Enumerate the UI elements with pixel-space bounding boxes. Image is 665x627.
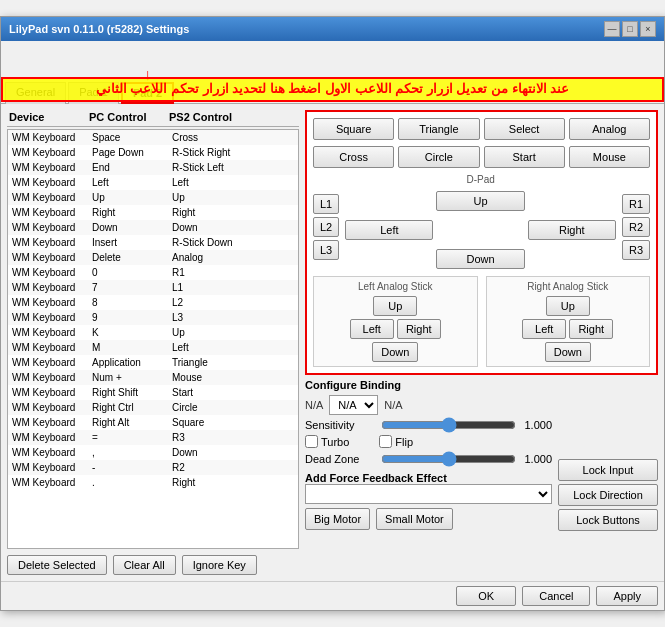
table-cell: Left — [170, 176, 270, 189]
col-ps2-control: PS2 Control — [167, 110, 267, 124]
table-row[interactable]: WM KeyboardDeleteAnalog — [8, 250, 298, 265]
table-cell: L1 — [170, 281, 270, 294]
small-motor-button[interactable]: Small Motor — [376, 508, 453, 530]
table-row[interactable]: WM KeyboardKUp — [8, 325, 298, 340]
flip-checkbox[interactable] — [379, 435, 392, 448]
close-button[interactable]: × — [640, 21, 656, 37]
lock-direction-button[interactable]: Lock Direction — [558, 484, 658, 506]
table-cell: Cross — [170, 131, 270, 144]
turbo-checkbox[interactable] — [305, 435, 318, 448]
left-analog-down-button[interactable]: Down — [372, 342, 418, 362]
right-analog-down-button[interactable]: Down — [545, 342, 591, 362]
table-cell: WM Keyboard — [10, 416, 90, 429]
dpad-section: D-Pad Up Left Right Down — [345, 174, 616, 272]
deadzone-slider[interactable] — [381, 452, 516, 466]
table-cell: WM Keyboard — [10, 236, 90, 249]
dpad-down-button[interactable]: Down — [436, 249, 524, 269]
table-row[interactable]: WM KeyboardUpUp — [8, 190, 298, 205]
table-cell: Right Alt — [90, 416, 170, 429]
dpad-right-button[interactable]: Right — [528, 220, 616, 240]
select-button[interactable]: Select — [484, 118, 565, 140]
table-row[interactable]: WM Keyboard-R2 — [8, 460, 298, 475]
table-row[interactable]: WM KeyboardSpaceCross — [8, 130, 298, 145]
r1-button[interactable]: R1 — [622, 194, 650, 214]
ps2-row2: Cross Circle Start Mouse — [313, 146, 650, 168]
table-cell: 8 — [90, 296, 170, 309]
table-cell: WM Keyboard — [10, 326, 90, 339]
triangle-button[interactable]: Triangle — [398, 118, 479, 140]
device-table[interactable]: WM KeyboardSpaceCrossWM KeyboardPage Dow… — [7, 129, 299, 549]
title-bar: LilyPad svn 0.11.0 (r5282) Settings — □ … — [1, 17, 664, 41]
l2-button[interactable]: L2 — [313, 217, 339, 237]
ps2-button-grid: Square Triangle Select Analog Cross Circ… — [305, 110, 658, 375]
ignore-key-button[interactable]: Ignore Key — [182, 555, 257, 575]
table-row[interactable]: WM KeyboardNum +Mouse — [8, 370, 298, 385]
table-row[interactable]: WM KeyboardInsertR-Stick Down — [8, 235, 298, 250]
ok-button[interactable]: OK — [456, 586, 516, 606]
apply-button[interactable]: Apply — [596, 586, 658, 606]
l1-button[interactable]: L1 — [313, 194, 339, 214]
table-row[interactable]: WM Keyboard,Down — [8, 445, 298, 460]
binding-select[interactable]: N/A — [329, 395, 378, 415]
circle-button[interactable]: Circle — [398, 146, 479, 168]
force-feedback-select[interactable] — [305, 484, 552, 504]
right-analog-right-button[interactable]: Right — [569, 319, 613, 339]
cross-button[interactable]: Cross — [313, 146, 394, 168]
table-cell: K — [90, 326, 170, 339]
table-row[interactable]: WM KeyboardLeftLeft — [8, 175, 298, 190]
table-row[interactable]: WM Keyboard0R1 — [8, 265, 298, 280]
sensitivity-label: Sensitivity — [305, 419, 375, 431]
dpad-up-button[interactable]: Up — [436, 191, 524, 211]
big-motor-button[interactable]: Big Motor — [305, 508, 370, 530]
table-row[interactable]: WM KeyboardDownDown — [8, 220, 298, 235]
r3-button[interactable]: R3 — [622, 240, 650, 260]
table-cell: WM Keyboard — [10, 251, 90, 264]
table-cell: L3 — [170, 311, 270, 324]
analog-button[interactable]: Analog — [569, 118, 650, 140]
left-analog-left-button[interactable]: Left — [350, 319, 394, 339]
table-row[interactable]: WM KeyboardRightRight — [8, 205, 298, 220]
right-analog-stick: Right Analog Stick Up Left Right Down — [486, 276, 651, 367]
lock-input-button[interactable]: Lock Input — [558, 459, 658, 481]
table-row[interactable]: WM KeyboardRight ShiftStart — [8, 385, 298, 400]
left-analog-right-button[interactable]: Right — [397, 319, 441, 339]
table-cell: WM Keyboard — [10, 476, 90, 489]
table-cell: WM Keyboard — [10, 311, 90, 324]
table-row[interactable]: WM KeyboardPage DownR-Stick Right — [8, 145, 298, 160]
table-row[interactable]: WM KeyboardRight AltSquare — [8, 415, 298, 430]
cancel-button[interactable]: Cancel — [522, 586, 590, 606]
table-row[interactable]: WM Keyboard.Right — [8, 475, 298, 490]
turbo-label: Turbo — [321, 436, 349, 448]
minimize-button[interactable]: — — [604, 21, 620, 37]
dpad-left-button[interactable]: Left — [345, 220, 433, 240]
sensitivity-slider[interactable] — [381, 418, 516, 432]
right-analog-left-button[interactable]: Left — [522, 319, 566, 339]
table-row[interactable]: WM KeyboardRight CtrlCircle — [8, 400, 298, 415]
table-row[interactable]: WM KeyboardEndR-Stick Left — [8, 160, 298, 175]
square-button[interactable]: Square — [313, 118, 394, 140]
table-cell: R3 — [170, 431, 270, 444]
table-row[interactable]: WM KeyboardApplicationTriangle — [8, 355, 298, 370]
table-row[interactable]: WM KeyboardMLeft — [8, 340, 298, 355]
table-row[interactable]: WM Keyboard8L2 — [8, 295, 298, 310]
table-cell: M — [90, 341, 170, 354]
r2-button[interactable]: R2 — [622, 217, 650, 237]
table-cell: Page Down — [90, 146, 170, 159]
lock-buttons-button[interactable]: Lock Buttons — [558, 509, 658, 531]
table-row[interactable]: WM Keyboard7L1 — [8, 280, 298, 295]
l3-button[interactable]: L3 — [313, 240, 339, 260]
right-analog-up-button[interactable]: Up — [546, 296, 590, 316]
left-analog-up-button[interactable]: Up — [373, 296, 417, 316]
clear-all-button[interactable]: Clear All — [113, 555, 176, 575]
table-cell: , — [90, 446, 170, 459]
delete-selected-button[interactable]: Delete Selected — [7, 555, 107, 575]
table-row[interactable]: WM Keyboard=R3 — [8, 430, 298, 445]
right-panel: Square Triangle Select Analog Cross Circ… — [305, 110, 658, 575]
binding-na2: N/A — [384, 399, 402, 411]
mouse-button[interactable]: Mouse — [569, 146, 650, 168]
maximize-button[interactable]: □ — [622, 21, 638, 37]
table-row[interactable]: WM Keyboard9L3 — [8, 310, 298, 325]
table-cell: WM Keyboard — [10, 131, 90, 144]
start-button[interactable]: Start — [484, 146, 565, 168]
table-cell: Right Ctrl — [90, 401, 170, 414]
